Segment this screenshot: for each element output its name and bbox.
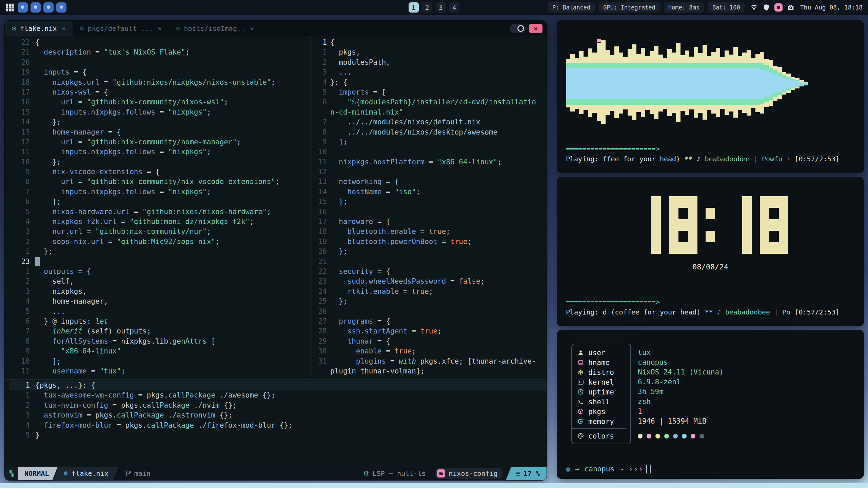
tab-close-icon[interactable]: × — [250, 24, 254, 33]
code-line: 5 ... — [9, 307, 310, 317]
editor-tab-3[interactable]: ❄hosts/isoImag..× — [169, 21, 261, 36]
wave-core — [641, 68, 645, 84]
wave-core — [650, 84, 654, 99]
wave-bottom-half — [725, 84, 729, 141]
clock-cell — [651, 231, 661, 242]
tag-2[interactable]: 2 — [422, 2, 432, 13]
wave-spike — [733, 105, 738, 118]
line-number: 11 — [313, 157, 327, 167]
wave-core — [597, 84, 601, 99]
code-line: 27 programs = { — [313, 317, 547, 326]
wave-core — [747, 68, 751, 84]
clock-cell — [651, 196, 661, 208]
clock-cell — [760, 231, 769, 242]
wave-top-half — [769, 26, 773, 84]
tag-4[interactable]: 4 — [449, 2, 459, 13]
shell-prompt[interactable]: ● → canopus ~ ››› — [557, 464, 864, 479]
editor-tab-1[interactable]: ❄flake.nix× — [5, 21, 73, 36]
wave-spike — [689, 105, 694, 109]
shield-icon[interactable] — [762, 3, 770, 12]
wave-bottom-half — [584, 84, 588, 141]
workspace-badge-3[interactable]: ❄ — [43, 2, 54, 13]
lines-icon: ≡ — [516, 467, 520, 480]
memory-icon — [577, 418, 584, 425]
editor-tab-2[interactable]: ❄pkgs/default ...× — [73, 21, 169, 36]
wave-spike — [773, 66, 777, 70]
code-text: thunar = { — [330, 337, 390, 346]
wave-core — [791, 80, 795, 84]
pane-iso-config[interactable]: 1{1 pkgs,2 modulesPath,3 ...4}: {5 impor… — [311, 36, 547, 379]
pane-flake-nix[interactable]: 22{21 description = "tux's NixOS Flake";… — [5, 36, 310, 379]
tab-close-icon[interactable]: × — [61, 24, 65, 33]
code-text: sudo.wheelNeedsPassword = false; — [330, 277, 485, 286]
wave-core — [584, 68, 588, 84]
wave-spike — [641, 48, 645, 63]
wave-core — [676, 68, 680, 84]
wave-bottom-half — [751, 84, 755, 141]
tab-close-icon[interactable]: × — [158, 24, 162, 33]
wave-top-half — [795, 26, 800, 84]
wave-spike — [764, 102, 769, 107]
code-text: pkgs, — [330, 47, 360, 57]
now-playing-segment: [0:57/2:53] — [794, 155, 839, 163]
wave-spike — [755, 105, 760, 112]
screenshot-tool-icon[interactable] — [774, 3, 783, 12]
wave-top-half — [725, 26, 729, 84]
wave-bottom-half — [650, 84, 654, 141]
line-number: 11 — [9, 366, 30, 376]
wave-spike — [606, 105, 610, 115]
wave-core — [614, 84, 619, 99]
toggle-switch[interactable] — [510, 24, 526, 33]
fetch-value-uptime: 3h 59m — [638, 387, 724, 397]
wave-core — [685, 68, 689, 84]
wave-band — [632, 99, 636, 105]
code-text: }; — [35, 117, 61, 127]
color-dot-6 — [682, 434, 687, 439]
wave-column — [769, 26, 773, 141]
wave-band — [685, 63, 689, 68]
app-launcher-icon[interactable] — [5, 3, 14, 12]
window-close-button[interactable]: × — [529, 24, 542, 33]
wave-column — [791, 26, 795, 141]
camera-icon[interactable] — [787, 3, 795, 12]
wave-band — [663, 63, 667, 68]
wave-core — [628, 68, 632, 84]
workspace-badge-2[interactable]: ❄ — [31, 2, 41, 13]
now-playing-segment: ffee for your head) ** — [603, 155, 696, 163]
wave-core — [725, 68, 729, 84]
wave-column — [725, 26, 729, 141]
gear-icon: ⚙ — [363, 467, 369, 480]
wave-band — [588, 99, 592, 105]
wave-band — [632, 63, 636, 68]
wifi-icon[interactable] — [750, 3, 758, 12]
code-text: } @ inputs: let — [35, 317, 108, 326]
tag-3[interactable]: 3 — [436, 2, 446, 13]
editor-tabs: ❄flake.nix×❄pkgs/default ...×❄hosts/isoI… — [5, 21, 261, 36]
code-line: 2 tux-nvim-config = pkgs.callPackage ./n… — [9, 401, 547, 410]
code-line: 19 bluetooth.powerOnBoot = true; — [313, 237, 547, 247]
wave-band — [689, 99, 694, 105]
wave-spike — [601, 105, 606, 124]
fetch-value-memory: 1946 | 15394 MiB — [638, 416, 724, 426]
line-number: 15 — [9, 107, 30, 117]
clock-cell — [733, 231, 742, 242]
pane-pkgs-default[interactable]: 1{pkgs, ...}: {1 tux-awesome-wm-config =… — [5, 380, 547, 467]
workspace-badge-4[interactable]: ❄ — [56, 2, 66, 13]
code-text: ../../modules/nixos/desktop/awesome — [330, 127, 497, 137]
wave-core — [619, 84, 623, 99]
tag-1[interactable]: 1 — [409, 2, 419, 13]
wave-pink-pixel — [597, 39, 601, 42]
workspace-badge-1[interactable]: ❄ — [18, 2, 28, 13]
shellicon-icon — [577, 398, 584, 406]
line-number: 26 — [313, 307, 327, 317]
screenshot-dot — [777, 6, 780, 9]
wave-spike — [667, 49, 672, 63]
wave-spike — [650, 105, 654, 114]
wave-bottom-half — [720, 84, 725, 141]
wave-top-half — [579, 26, 584, 84]
wave-spike — [689, 57, 694, 63]
wave-band — [694, 99, 698, 105]
code-line: 1 outputs = { — [9, 267, 310, 277]
line-number: 17 — [313, 217, 327, 227]
wave-core — [720, 68, 725, 84]
